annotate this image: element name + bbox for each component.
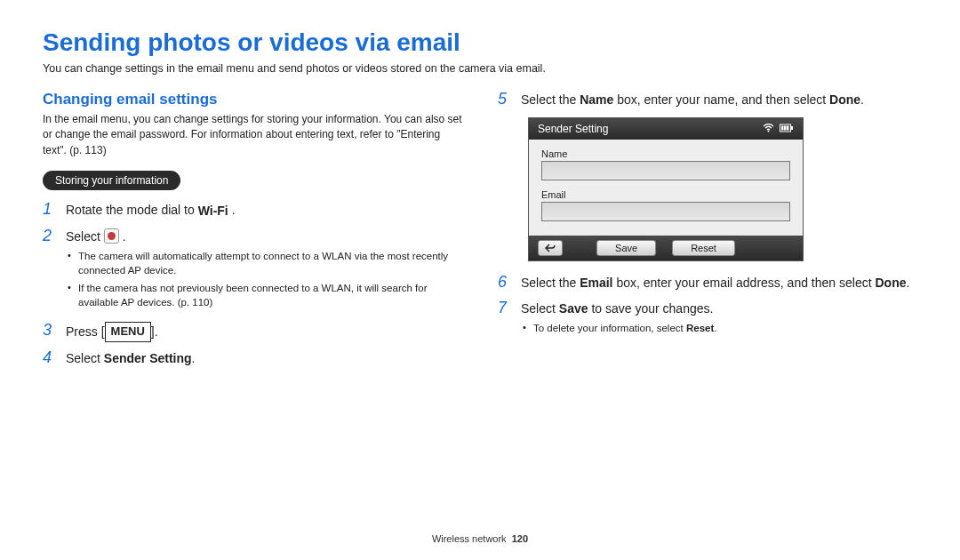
- step-number: 1: [43, 201, 57, 219]
- name-field-label: Name: [541, 148, 790, 159]
- step-4-bold: Sender Setting: [104, 351, 192, 365]
- step-1: 1 Rotate the mode dial to Wi-Fi .: [43, 201, 462, 220]
- wifi-icon: Wi-Fi: [198, 202, 228, 220]
- footer-page-number: 120: [512, 533, 528, 544]
- screenshot-title: Sender Setting: [538, 123, 608, 135]
- save-button[interactable]: Save: [596, 240, 656, 256]
- step-5-b2: Done: [829, 92, 860, 107]
- email-app-icon: [104, 228, 119, 244]
- step-number: 3: [43, 322, 57, 340]
- footer-section: Wireless network: [432, 533, 507, 544]
- step-6-b1: Email: [580, 276, 612, 290]
- back-button[interactable]: [538, 240, 563, 256]
- step-number: 6: [498, 274, 512, 292]
- step-2-notes: The camera will automatically attempt to…: [66, 249, 462, 309]
- step-7-b1: Save: [559, 301, 588, 316]
- page-title: Sending photos or videos via email: [43, 28, 917, 57]
- page-footer: Wireless network 120: [0, 533, 960, 544]
- step-6: 6 Select the Email box, enter your email…: [498, 274, 917, 292]
- screenshot-header: Sender Setting: [529, 118, 803, 140]
- step-3-text-pre: Press [: [66, 324, 105, 339]
- step-2-text-post: .: [119, 229, 126, 244]
- email-field[interactable]: [541, 202, 790, 221]
- back-arrow-icon: [545, 244, 556, 252]
- step-2-text-pre: Select: [66, 229, 104, 244]
- step-7-notes: To delete your information, select Reset…: [521, 321, 917, 335]
- step-5-pre: Select the: [521, 92, 580, 107]
- screenshot-body: Name Email: [529, 140, 803, 236]
- step-1-text-pre: Rotate the mode dial to: [66, 203, 198, 217]
- menu-button-icon: MENU: [105, 322, 151, 342]
- step-2: 2 Select . The camera will automatically…: [43, 228, 462, 316]
- step-6-mid: box, enter your email address, and then …: [613, 276, 876, 290]
- step-1-text-post: .: [228, 203, 236, 217]
- section-heading: Changing email settings: [43, 91, 462, 108]
- svg-rect-3: [784, 126, 787, 131]
- screenshot-footer: Save Reset: [529, 236, 803, 260]
- step-2-note-2: If the camera has not previously been co…: [66, 281, 462, 309]
- step-6-pre: Select the: [521, 276, 580, 290]
- step-3: 3 Press [MENU].: [43, 322, 462, 342]
- svg-rect-2: [781, 126, 784, 131]
- reset-button[interactable]: Reset: [672, 240, 735, 256]
- step-4-text-pre: Select: [66, 351, 104, 365]
- step-number: 2: [43, 228, 57, 245]
- step-number: 5: [498, 91, 512, 108]
- step-number: 4: [43, 349, 57, 367]
- svg-rect-4: [787, 126, 789, 131]
- section-intro: In the email menu, you can change settin…: [43, 112, 462, 158]
- step-4-text-post: .: [192, 351, 196, 365]
- step-3-text-post: ].: [151, 324, 158, 339]
- wifi-status-icon: [763, 124, 774, 134]
- step-6-b2: Done: [875, 276, 906, 290]
- step-7: 7 Select Save to save your changes. To d…: [498, 300, 917, 340]
- svg-rect-5: [791, 126, 793, 130]
- step-7-post: to save your changes.: [588, 301, 714, 316]
- name-field[interactable]: [541, 161, 790, 180]
- page-intro: You can change settings in the email men…: [43, 62, 917, 75]
- email-field-label: Email: [541, 189, 790, 200]
- svg-point-0: [768, 131, 770, 132]
- subsection-pill: Storing your information: [43, 171, 180, 190]
- step-5-post: .: [860, 92, 864, 107]
- left-column: Changing email settings In the email men…: [43, 91, 462, 374]
- step-2-note-1: The camera will automatically attempt to…: [66, 249, 462, 277]
- right-column: 5 Select the Name box, enter your name, …: [498, 91, 917, 374]
- step-7-note: To delete your information, select Reset…: [521, 321, 917, 335]
- step-7-pre: Select: [521, 301, 559, 316]
- step-6-post: .: [906, 276, 909, 290]
- step-5-mid: box, enter your name, and then select: [613, 92, 829, 107]
- step-4: 4 Select Sender Setting.: [43, 349, 462, 367]
- step-number: 7: [498, 300, 512, 317]
- step-5: 5 Select the Name box, enter your name, …: [498, 91, 917, 108]
- sender-setting-screenshot: Sender Setting Name Email Save: [528, 117, 804, 261]
- content-columns: Changing email settings In the email men…: [43, 91, 917, 374]
- step-5-b1: Name: [580, 92, 613, 107]
- battery-status-icon: [780, 124, 794, 134]
